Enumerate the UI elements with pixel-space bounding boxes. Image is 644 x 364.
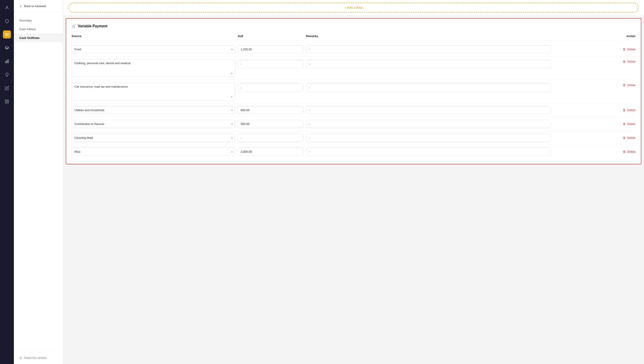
self-value-input-3[interactable] — [238, 84, 303, 92]
self-value-input-6[interactable] — [238, 134, 303, 142]
trash-icon: 🗑 — [623, 150, 626, 154]
trash-icon: 🗑 — [623, 122, 626, 126]
trash-icon: 🗑 — [623, 136, 626, 140]
table-row: Car insurance, road tax and maintenance … — [72, 80, 636, 103]
source-select-wrapper-4: Utilities and Household ▾ — [72, 106, 235, 114]
remarks-input-5[interactable] — [306, 120, 551, 128]
remarks-input-3[interactable] — [306, 84, 551, 92]
nav-item-cash-inflows[interactable]: Cash Inflows — [14, 25, 63, 34]
delete-label-5: Delete — [627, 122, 636, 126]
edit-icon[interactable] — [3, 84, 11, 92]
delete-button-3[interactable]: 🗑 Delete — [554, 84, 636, 87]
source-select-4[interactable]: Utilities and Household — [72, 106, 235, 114]
nav-panel: Back to Advisees Summary Cash Inflows Ca… — [14, 0, 63, 364]
source-select-wrapper-2: Clothing, personal care, dental and medi… — [72, 59, 235, 77]
delete-advisee-button[interactable]: Delete this advisee — [19, 356, 58, 360]
source-select-wrapper-3: Car insurance, road tax and maintenance … — [72, 82, 235, 100]
back-to-advisees-link[interactable]: Back to Advisees — [14, 0, 63, 12]
nav-items: Summary Cash Inflows Cash Outflows — [14, 12, 63, 352]
self-value-input-2[interactable] — [238, 60, 303, 68]
cart-icon: 🛒 — [72, 24, 76, 28]
trash-icon: 🗑 — [623, 48, 626, 51]
delete-button-2[interactable]: 🗑 Delete — [554, 60, 636, 63]
source-select-wrapper-6: Cleaning Maid ▾ — [72, 134, 235, 142]
table-row: Contribution to Parents ▾ 🗑 Delete — [72, 117, 636, 131]
nav-footer: Delete this advisee — [14, 352, 63, 364]
section-title-text: Variable Payment — [78, 24, 108, 28]
svg-rect-4 — [5, 61, 6, 63]
box-icon[interactable] — [3, 98, 11, 106]
delete-label-2: Delete — [627, 60, 636, 63]
source-select-7[interactable]: Misc — [72, 148, 235, 156]
svg-point-2 — [6, 34, 8, 35]
add-row-button[interactable]: + Add a Row — [68, 3, 639, 12]
source-select-5[interactable]: Contribution to Parents — [72, 120, 235, 128]
table-row: Utilities and Household ▾ 🗑 Delete — [72, 103, 636, 117]
trash-icon: 🗑 — [623, 108, 626, 112]
svg-rect-7 — [5, 100, 7, 101]
delete-advisee-label: Delete this advisee — [24, 356, 46, 360]
source-box-2[interactable]: Clothing, personal care, dental and medi… — [72, 59, 235, 77]
col-self: Self — [238, 34, 303, 38]
remarks-input-6[interactable] — [306, 134, 551, 142]
source-select-wrapper-5: Contribution to Parents ▾ — [72, 120, 235, 128]
nav-item-cash-outflows[interactable]: Cash Outflows — [14, 34, 63, 42]
svg-rect-10 — [8, 102, 9, 103]
svg-rect-1 — [5, 33, 9, 36]
delete-button-1[interactable]: 🗑 Delete — [554, 48, 636, 51]
remarks-input-7[interactable] — [306, 148, 551, 156]
chevron-down-icon: ▾ — [231, 72, 232, 75]
delete-button-7[interactable]: 🗑 Delete — [554, 150, 636, 154]
remarks-input-2[interactable] — [306, 60, 551, 68]
cash-icon[interactable] — [3, 30, 11, 38]
remarks-input-1[interactable] — [306, 45, 551, 54]
table-row: Cleaning Maid ▾ 🗑 Delete — [72, 131, 636, 145]
self-value-input-1[interactable] — [238, 45, 303, 54]
delete-button-6[interactable]: 🗑 Delete — [554, 136, 636, 140]
col-action: Action — [554, 34, 636, 38]
add-row-bar: + Add a Row — [63, 0, 644, 16]
table-row: Misc ▾ 🗑 Delete — [72, 145, 636, 158]
source-select-1[interactable]: Food — [72, 45, 235, 54]
icon-sidebar — [0, 0, 14, 364]
trash-icon: 🗑 — [623, 84, 626, 87]
person-icon[interactable] — [3, 4, 11, 12]
self-value-input-4[interactable] — [238, 106, 303, 114]
chevron-down-icon: ▾ — [231, 96, 232, 98]
source-box-3[interactable]: Car insurance, road tax and maintenance … — [72, 82, 235, 100]
self-value-input-7[interactable] — [238, 148, 303, 156]
remarks-input-4[interactable] — [306, 106, 551, 114]
svg-rect-6 — [8, 60, 8, 63]
nav-item-summary[interactable]: Summary — [14, 16, 63, 25]
svg-rect-5 — [6, 60, 7, 63]
chart-icon[interactable] — [3, 57, 11, 65]
layers-icon[interactable] — [3, 44, 11, 52]
table-row: Food ▾ 🗑 Delete — [72, 42, 636, 56]
section-title: 🛒 Variable Payment — [72, 24, 636, 28]
table-header: Source Self Remarks Action — [72, 33, 636, 41]
source-select-wrapper-1: Food ▾ — [72, 45, 235, 54]
delete-label-4: Delete — [627, 108, 636, 112]
source-select-6[interactable]: Cleaning Maid — [72, 134, 235, 142]
svg-rect-8 — [8, 100, 9, 101]
svg-point-0 — [6, 6, 8, 8]
trash-icon: 🗑 — [623, 60, 626, 63]
source-text-3: Car insurance, road tax and maintenance — [74, 85, 228, 88]
variable-payment-section: 🛒 Variable Payment Source Self Remarks A… — [66, 18, 641, 164]
source-text-2: Clothing, personal care, dental and medi… — [74, 62, 228, 65]
bulb-icon[interactable] — [3, 71, 11, 79]
self-value-input-5[interactable] — [238, 120, 303, 128]
main-content: + Add a Row 🛒 Variable Payment Source Se… — [63, 0, 644, 364]
delete-button-4[interactable]: 🗑 Delete — [554, 108, 636, 112]
delete-label-1: Delete — [627, 48, 636, 51]
shield-icon[interactable] — [3, 17, 11, 25]
delete-label-6: Delete — [627, 136, 636, 140]
table-row: Clothing, personal care, dental and medi… — [72, 56, 636, 80]
col-remarks: Remarks — [306, 34, 551, 38]
delete-label-7: Delete — [627, 150, 636, 154]
delete-label-3: Delete — [627, 84, 636, 87]
back-label: Back to Advisees — [24, 4, 46, 8]
delete-button-5[interactable]: 🗑 Delete — [554, 122, 636, 126]
source-select-wrapper-7: Misc ▾ — [72, 148, 235, 156]
svg-rect-9 — [5, 102, 7, 103]
